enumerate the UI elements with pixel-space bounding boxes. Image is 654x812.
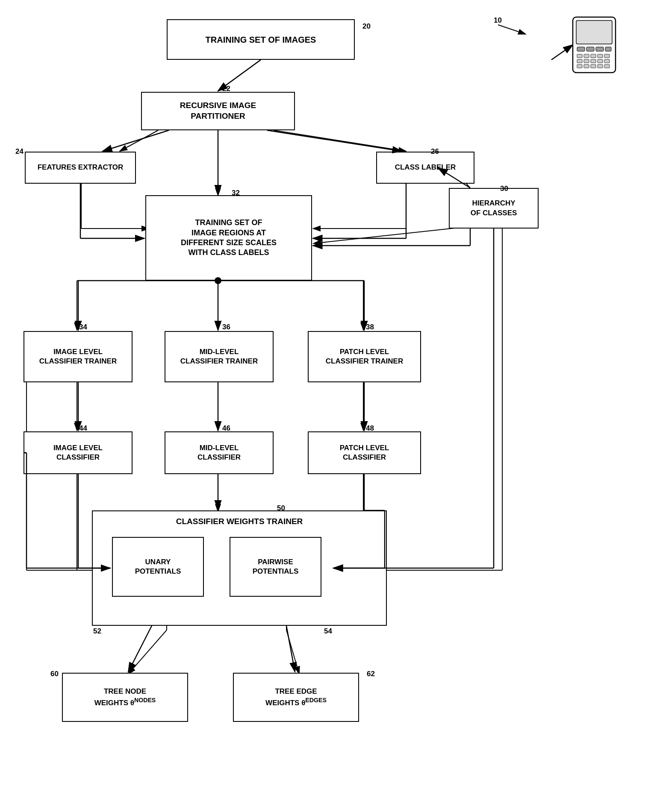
ref-46: 46 bbox=[222, 424, 230, 433]
image-level-classifier-box: IMAGE LEVELCLASSIFIER bbox=[24, 431, 133, 474]
training-set-box: TRAINING SET OF IMAGES bbox=[167, 19, 355, 60]
ref-38: 38 bbox=[366, 323, 374, 331]
svg-line-4 bbox=[274, 130, 406, 151]
svg-rect-52 bbox=[577, 64, 582, 68]
svg-rect-51 bbox=[604, 59, 610, 63]
svg-rect-53 bbox=[584, 64, 589, 68]
ref-22: 22 bbox=[222, 85, 230, 93]
svg-rect-49 bbox=[591, 59, 596, 63]
svg-rect-54 bbox=[591, 64, 596, 68]
svg-line-61 bbox=[267, 130, 402, 151]
recursive-partitioner-box: RECURSIVE IMAGEPARTITIONER bbox=[141, 92, 295, 130]
patch-level-classifier-label: PATCH LEVELCLASSIFIER bbox=[340, 443, 389, 462]
hierarchy-label: HIERARCHYOF CLASSES bbox=[471, 199, 517, 217]
ref-24: 24 bbox=[15, 147, 24, 156]
mid-level-trainer-box: MID-LEVELCLASSIFIER TRAINER bbox=[165, 331, 274, 382]
mid-level-classifier-box: MID-LEVELCLASSIFIER bbox=[165, 431, 274, 474]
svg-rect-42 bbox=[577, 54, 582, 58]
ref-32: 32 bbox=[232, 189, 240, 197]
svg-rect-43 bbox=[584, 54, 589, 58]
svg-rect-40 bbox=[596, 47, 604, 51]
svg-line-35 bbox=[551, 45, 573, 60]
pairwise-potentials-box: PAIRWISEPOTENTIALS bbox=[230, 537, 321, 597]
class-labeler-label: CLASS LABELER bbox=[395, 163, 456, 172]
diagram-container: TRAINING SET OF IMAGES RECURSIVE IMAGEPA… bbox=[0, 0, 654, 812]
tree-node-weights-box: TREE NODEWEIGHTS θNODES bbox=[62, 673, 188, 722]
svg-line-92 bbox=[128, 626, 152, 672]
image-level-trainer-label: IMAGE LEVELCLASSIFIER TRAINER bbox=[39, 347, 117, 366]
svg-rect-38 bbox=[577, 47, 585, 51]
unary-potentials-label: UNARYPOTENTIALS bbox=[135, 557, 181, 576]
tree-edge-weights-box: TREE EDGEWEIGHTS θEDGES bbox=[233, 673, 359, 722]
image-level-classifier-label: IMAGE LEVELCLASSIFIER bbox=[53, 443, 103, 462]
image-level-trainer-box: IMAGE LEVELCLASSIFIER TRAINER bbox=[24, 331, 133, 382]
svg-line-60 bbox=[103, 130, 169, 151]
tree-edge-weights-label: TREE EDGEWEIGHTS θEDGES bbox=[265, 687, 327, 708]
patch-level-trainer-box: PATCH LEVELCLASSIFIER TRAINER bbox=[308, 331, 421, 382]
svg-line-3 bbox=[120, 130, 158, 151]
svg-rect-41 bbox=[605, 47, 611, 51]
svg-rect-45 bbox=[598, 54, 603, 58]
ref-54: 54 bbox=[324, 627, 332, 636]
mid-level-classifier-label: MID-LEVELCLASSIFIER bbox=[197, 443, 241, 462]
ref-26: 26 bbox=[431, 147, 439, 156]
ref-34: 34 bbox=[79, 323, 87, 331]
svg-rect-50 bbox=[598, 59, 603, 63]
svg-rect-44 bbox=[591, 54, 596, 58]
svg-line-93 bbox=[286, 626, 295, 672]
pairwise-potentials-label: PAIRWISEPOTENTIALS bbox=[253, 557, 299, 576]
svg-line-11 bbox=[313, 226, 470, 243]
svg-line-94 bbox=[498, 25, 526, 34]
svg-line-31 bbox=[286, 630, 299, 674]
svg-line-29 bbox=[128, 630, 167, 674]
features-extractor-box: FEATURES EXTRACTOR bbox=[25, 152, 136, 184]
unary-potentials-box: UNARYPOTENTIALS bbox=[112, 537, 204, 597]
ref-36: 36 bbox=[222, 323, 230, 331]
hierarchy-of-classes-box: HIERARCHYOF CLASSES bbox=[449, 188, 539, 229]
training-set-regions-label: TRAINING SET OFIMAGE REGIONS ATDIFFERENT… bbox=[181, 218, 277, 258]
classifier-weights-trainer-box: CLASSIFIER WEIGHTS TRAINER UNARYPOTENTIA… bbox=[92, 510, 387, 626]
ref-50: 50 bbox=[277, 504, 285, 513]
patch-level-classifier-box: PATCH LEVELCLASSIFIER bbox=[308, 431, 421, 474]
recursive-partitioner-label: RECURSIVE IMAGEPARTITIONER bbox=[180, 100, 256, 121]
ref-30: 30 bbox=[500, 185, 508, 193]
mid-level-trainer-label: MID-LEVELCLASSIFIER TRAINER bbox=[180, 347, 258, 366]
classifier-weights-trainer-label: CLASSIFIER WEIGHTS TRAINER bbox=[176, 516, 303, 527]
svg-rect-55 bbox=[598, 64, 603, 68]
svg-rect-47 bbox=[577, 59, 582, 63]
ref-60: 60 bbox=[50, 670, 59, 678]
ref-62: 62 bbox=[367, 670, 375, 678]
svg-rect-48 bbox=[584, 59, 589, 63]
ref-48: 48 bbox=[366, 424, 374, 433]
tree-node-weights-label: TREE NODEWEIGHTS θNODES bbox=[94, 687, 156, 708]
ref-10: 10 bbox=[494, 16, 502, 25]
class-labeler-box: CLASS LABELER bbox=[376, 152, 474, 184]
ref-20: 20 bbox=[362, 22, 371, 31]
patch-level-trainer-label: PATCH LEVELCLASSIFIER TRAINER bbox=[326, 347, 403, 366]
ref-44: 44 bbox=[79, 424, 87, 433]
svg-rect-37 bbox=[576, 21, 612, 44]
device-icon bbox=[543, 13, 620, 77]
ref-52: 52 bbox=[93, 627, 101, 636]
svg-rect-56 bbox=[604, 64, 610, 68]
svg-rect-46 bbox=[604, 54, 610, 58]
features-extractor-label: FEATURES EXTRACTOR bbox=[38, 163, 124, 172]
svg-rect-39 bbox=[586, 47, 594, 51]
training-set-label: TRAINING SET OF IMAGES bbox=[206, 34, 316, 45]
training-set-regions-box: TRAINING SET OFIMAGE REGIONS ATDIFFERENT… bbox=[145, 195, 312, 281]
